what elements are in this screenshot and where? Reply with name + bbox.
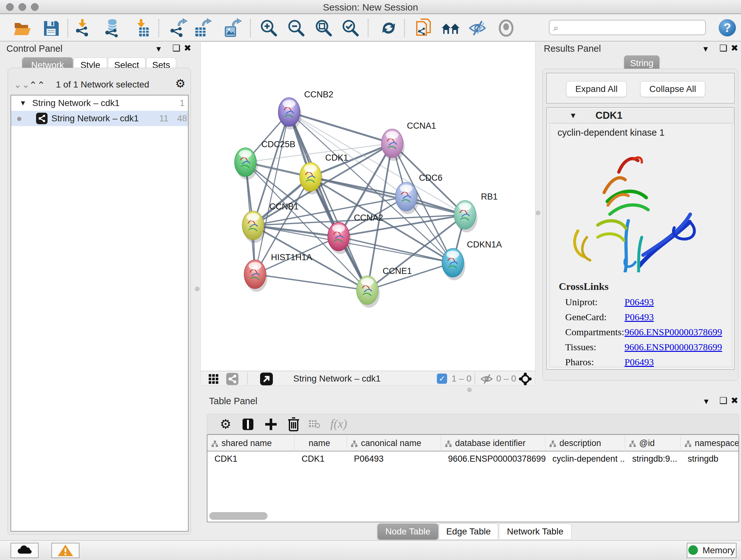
delete-column-icon[interactable]	[287, 417, 300, 433]
node-label-ccnb1: CCNB1	[269, 202, 299, 211]
gear-icon[interactable]: ⚙	[175, 77, 185, 90]
memory-button[interactable]: Memory	[687, 543, 737, 558]
zoom-selected-button[interactable]	[341, 18, 360, 38]
panel-close-icon[interactable]: ✖	[731, 43, 738, 53]
export-table-button[interactable]	[193, 18, 212, 38]
save-session-button[interactable]	[42, 18, 61, 38]
network-edge[interactable]	[255, 274, 367, 290]
panel-menu-icon[interactable]: ▾	[703, 44, 708, 54]
column-header-name[interactable]: name	[294, 435, 347, 451]
zoom-fit-button[interactable]	[314, 18, 333, 38]
warning-button[interactable]	[51, 543, 79, 558]
table-cell[interactable]: stringdb	[681, 451, 739, 466]
network-node-hist1h1a[interactable]	[244, 260, 267, 292]
column-header--id[interactable]: @id	[625, 435, 681, 451]
share-icon[interactable]	[226, 373, 239, 385]
table-cell[interactable]: CDK1	[294, 451, 347, 466]
table-gear-icon[interactable]: ⚙	[220, 417, 231, 431]
network-node-ccna2[interactable]	[328, 222, 351, 254]
table-cell[interactable]: stringdb:9...	[625, 451, 681, 466]
table-cell[interactable]: CDK1	[207, 451, 294, 466]
horizontal-scrollbar-thumb[interactable]	[209, 512, 267, 520]
tab-edge-table[interactable]: Edge Table	[439, 523, 498, 540]
tree-expander-icon[interactable]: ▼	[19, 96, 26, 111]
string-app-icon	[36, 113, 48, 124]
network-edge[interactable]	[339, 237, 453, 263]
export-network-button[interactable]	[169, 18, 188, 38]
panel-close-icon[interactable]: ✖	[731, 395, 738, 406]
crosshair-icon[interactable]	[519, 372, 532, 386]
column-header-database-identifier[interactable]: database identifier	[441, 435, 545, 451]
column-header-namespace[interactable]: namespace	[681, 435, 739, 451]
open-session-button[interactable]	[13, 18, 32, 38]
hide-selected-button[interactable]	[468, 18, 487, 38]
network-edge[interactable]	[289, 112, 392, 143]
crosslink-compartments-link[interactable]: 9606.ENSP00000378699	[624, 327, 722, 337]
zoom-out-button[interactable]	[286, 18, 306, 38]
network-node-ccnb2[interactable]	[278, 98, 301, 130]
gene-section-header[interactable]: ▼ CDK1	[548, 109, 734, 123]
search-input[interactable]	[565, 22, 703, 33]
expand-all-button[interactable]: Expand All	[566, 81, 627, 97]
network-node-rb1[interactable]	[454, 200, 477, 233]
import-table-button[interactable]	[132, 18, 151, 38]
gene-name: CDK1	[596, 110, 622, 121]
node-label-cdc6: CDC6	[419, 173, 443, 183]
birdseye-icon[interactable]	[260, 373, 273, 385]
tab-node-table[interactable]: Node Table	[378, 523, 438, 540]
crosslink-pharos-link[interactable]: P06493	[624, 357, 654, 368]
collection-count: 1	[180, 96, 185, 111]
add-column-icon[interactable]	[265, 418, 277, 432]
node-label-cdk1: CDK1	[325, 153, 348, 163]
import-network-database-button[interactable]	[103, 18, 122, 38]
import-network-file-button[interactable]	[73, 18, 92, 38]
crosslink-tissues-link[interactable]: 9606.ENSP00000378699	[624, 341, 722, 353]
network-edge[interactable]	[289, 112, 465, 215]
grid-icon[interactable]	[208, 374, 219, 384]
crosslinks-heading: CrossLinks	[559, 281, 609, 293]
zoom-in-button[interactable]	[259, 18, 278, 38]
panel-close-icon[interactable]: ✖	[184, 43, 191, 53]
network-node-ccne1[interactable]	[356, 276, 380, 308]
table-cell[interactable]: 9606.ENSP00000378699	[441, 451, 545, 466]
network-node-cdc6[interactable]	[395, 182, 419, 214]
column-header-shared-name[interactable]: shared name	[207, 435, 294, 451]
right-splitter-handle[interactable]	[536, 211, 540, 215]
bottom-splitter-handle[interactable]	[467, 388, 472, 392]
expand-all-icon[interactable]: ⌃⌃	[29, 79, 45, 91]
panel-float-icon[interactable]: ❑	[172, 43, 180, 53]
network-edge-count: 48	[177, 111, 187, 126]
cloud-button[interactable]	[10, 543, 39, 558]
network-row[interactable]: ● String Network – cdk1 11 48	[11, 111, 188, 126]
show-columns-icon[interactable]	[242, 418, 254, 432]
memory-status-dot	[688, 545, 698, 555]
table-cell[interactable]: cyclin-dependent ...	[545, 451, 625, 466]
column-header-canonical-name[interactable]: canonical name	[347, 435, 441, 451]
network-node-cdkn1a[interactable]	[442, 248, 465, 280]
selected-checkbox-icon[interactable]: ✓	[437, 374, 447, 384]
panel-menu-icon[interactable]: ▾	[704, 396, 709, 407]
network-collection-row[interactable]: ▼ String Network – cdk1 1	[11, 96, 188, 111]
crosslink-genecard-link[interactable]: P06493	[624, 312, 654, 322]
panel-float-icon[interactable]: ❑	[719, 395, 727, 406]
left-splitter-handle[interactable]	[195, 287, 199, 291]
toolbar-separator	[475, 373, 475, 385]
network-node-ccnb1[interactable]	[242, 211, 266, 243]
export-image-button[interactable]	[223, 18, 242, 38]
section-expander-icon[interactable]: ▼	[569, 111, 577, 120]
show-all-button[interactable]	[496, 18, 516, 38]
network-canvas[interactable]: CCNB2CCNA1CDC25BCDK1CDC6RB1CCNB1CCNA2CDK…	[200, 42, 536, 371]
network-edge[interactable]	[289, 112, 367, 290]
refresh-layout-button[interactable]	[379, 18, 398, 38]
column-header-description[interactable]: description	[545, 435, 625, 451]
collapse-all-icon[interactable]: ⌄⌄	[14, 79, 30, 90]
first-neighbors-button[interactable]	[441, 18, 460, 38]
collapse-all-button[interactable]: Collapse All	[640, 81, 705, 97]
panel-menu-icon[interactable]: ▾	[156, 44, 161, 54]
tab-network-table[interactable]: Network Table	[499, 523, 571, 540]
annotations-button[interactable]	[414, 18, 433, 38]
table-cell[interactable]: P06493	[347, 451, 441, 466]
crosslink-uniprot-link[interactable]: P06493	[624, 297, 654, 307]
help-button[interactable]: ?	[719, 19, 736, 37]
panel-float-icon[interactable]: ❑	[719, 43, 727, 53]
